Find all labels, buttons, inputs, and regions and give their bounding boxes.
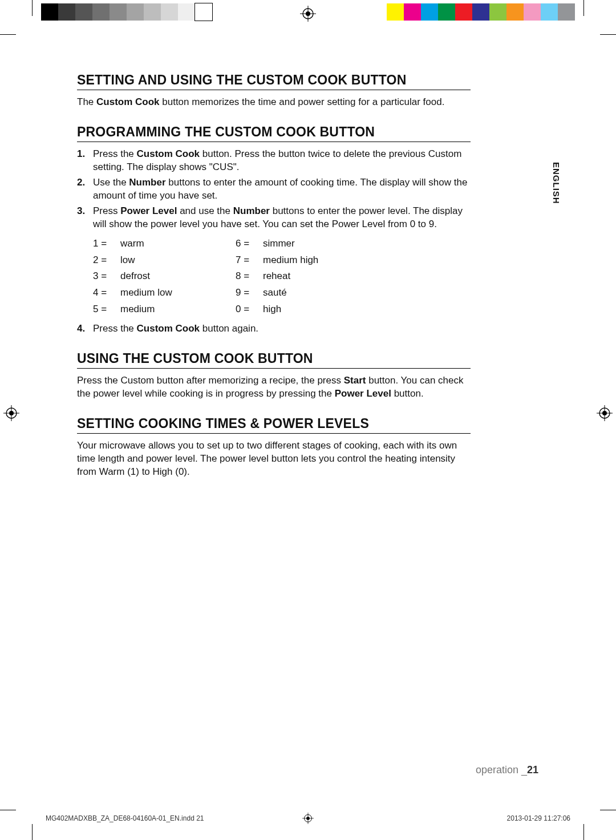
heading-cooking-times: SETTING COOKING TIMES & POWER LEVELS bbox=[77, 415, 471, 434]
printer-color-bar bbox=[41, 3, 575, 21]
page-content: SETTING AND USING THE CUSTOM COOK BUTTON… bbox=[77, 72, 471, 494]
imposition-slug: MG402MADXBB_ZA_DE68-04160A-01_EN.indd 21… bbox=[46, 813, 570, 824]
intro-paragraph: The Custom Cook button memorizes the tim… bbox=[77, 96, 471, 109]
registration-mark-icon bbox=[3, 405, 19, 421]
programming-steps-cont: 4. Press the Custom Cook button again. bbox=[77, 322, 471, 336]
heading-setting-custom-cook: SETTING AND USING THE CUSTOM COOK BUTTON bbox=[77, 72, 471, 90]
imposition-filename: MG402MADXBB_ZA_DE68-04160A-01_EN.indd 21 bbox=[46, 814, 204, 822]
power-level-table: 1 =warm6 =simmer 2 =low7 =medium high 3 … bbox=[93, 236, 471, 318]
language-tab: ENGLISH bbox=[552, 162, 561, 204]
registration-mark-icon bbox=[302, 813, 314, 824]
step-2: 2. Use the Number buttons to enter the a… bbox=[77, 176, 471, 203]
programming-steps: 1. Press the Custom Cook button. Press t… bbox=[77, 148, 471, 231]
registration-mark-icon bbox=[300, 6, 316, 22]
heading-using-custom-cook: USING THE CUSTOM COOK BUTTON bbox=[77, 350, 471, 369]
page-footer: operation _21 bbox=[476, 764, 538, 776]
using-paragraph: Press the Custom button after memorizing… bbox=[77, 374, 471, 401]
step-3: 3. Press Power Level and use the Number … bbox=[77, 205, 471, 231]
step-4: 4. Press the Custom Cook button again. bbox=[77, 322, 471, 336]
cooking-times-paragraph: Your microwave allows you to set up to t… bbox=[77, 439, 471, 479]
heading-programming: PROGRAMMING THE CUSTOM COOK BUTTON bbox=[77, 124, 471, 142]
step-1: 1. Press the Custom Cook button. Press t… bbox=[77, 148, 471, 174]
registration-mark-icon bbox=[597, 405, 613, 421]
imposition-timestamp: 2013-01-29 11:27:06 bbox=[507, 814, 570, 822]
